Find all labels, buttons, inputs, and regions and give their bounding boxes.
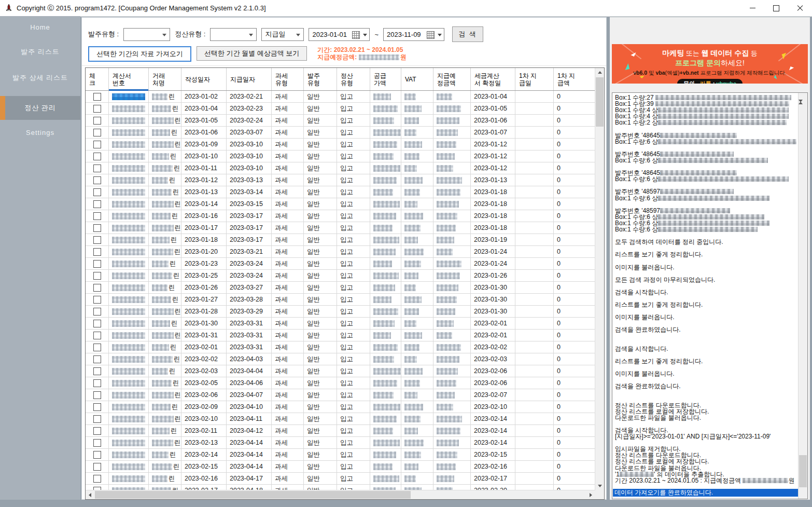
horizontal-scrollbar[interactable] [86,490,595,499]
row-checkbox[interactable] [93,165,101,172]
checkbox-cell[interactable] [86,210,109,222]
table-row[interactable]: 린2023-01-052023-02-24과세일반입고2023-01-060 [86,115,595,127]
scroll-left-arrow[interactable] [86,490,94,499]
checkbox-cell[interactable] [86,198,109,210]
column-header[interactable]: 지급일자 [227,68,272,90]
checkbox-cell[interactable] [86,365,109,377]
horizontal-scroll-thumb[interactable] [95,491,411,499]
row-checkbox[interactable] [93,427,101,435]
row-checkbox[interactable] [93,391,101,399]
table-row[interactable]: 린2023-02-062023-04-07과세일반입고2023-02-070 [86,389,595,401]
checkbox-cell[interactable] [86,222,109,234]
checkbox-cell[interactable] [86,389,109,401]
row-checkbox[interactable] [93,344,101,351]
scroll-down-arrow[interactable] [595,482,604,490]
column-header[interactable]: 작성일자 [181,68,227,90]
column-header[interactable]: VAT [401,68,433,90]
checkbox-cell[interactable] [86,234,109,246]
checkbox-cell[interactable] [86,103,109,115]
column-header[interactable]: 체 크 [86,68,109,90]
column-header[interactable]: 공급 가액 [370,68,401,90]
table-row[interactable]: 린2023-02-102023-04-11과세일반입고2023-02-140 [86,413,595,425]
column-header[interactable]: 발주 유형 [304,68,337,90]
row-checkbox[interactable] [93,355,101,363]
table-row[interactable]: 린2023-01-122023-03-13과세일반입고2023-01-130 [86,174,595,186]
checkbox-cell[interactable] [86,150,109,162]
column-header[interactable]: 과세 유형 [272,68,304,90]
checkbox-cell[interactable] [86,162,109,174]
checkbox-cell[interactable] [86,91,109,103]
table-row[interactable]: 린2023-02-012023-03-31과세일반입고2023-02-020 [86,341,595,353]
row-checkbox[interactable] [93,451,101,459]
column-header[interactable]: 1차 지 급액 [554,68,595,90]
column-header[interactable]: 지급예 정금액 [433,68,471,90]
row-checkbox[interactable] [93,308,101,316]
row-checkbox[interactable] [93,284,101,292]
table-row[interactable]: 린2023-02-162023-04-17과세일반입고2023-02-170 [86,473,595,485]
order-type-select[interactable] [123,28,170,41]
vertical-scrollbar[interactable] [595,68,604,490]
checkbox-cell[interactable] [86,449,109,461]
row-checkbox[interactable] [93,403,101,411]
row-checkbox[interactable] [93,188,101,196]
table-row[interactable]: 린2023-02-032023-04-04과세일반입고2023-02-060 [86,365,595,377]
checkbox-cell[interactable] [86,139,109,150]
close-button[interactable] [788,0,812,16]
table-row[interactable]: 린2023-01-172023-03-17과세일반입고2023-01-180 [86,222,595,234]
checkbox-cell[interactable] [86,127,109,139]
fetch-data-button[interactable]: 선택한 기간의 자료 가져오기 [88,46,191,62]
table-row[interactable]: 린2023-01-252023-03-24과세일반입고2023-01-260 [86,270,595,282]
checkbox-cell[interactable] [86,377,109,389]
checkbox-cell[interactable] [86,437,109,449]
row-checkbox[interactable] [93,224,101,232]
table-row[interactable]: 린2023-01-262023-03-27과세일반입고2023-01-300 [86,282,595,294]
table-row[interactable]: 린2023-01-112023-03-10과세일반입고2023-01-120 [86,162,595,174]
minimize-button[interactable] [740,0,764,16]
checkbox-cell[interactable] [86,353,109,365]
date-to-picker[interactable]: 2023-11-09 [383,28,444,41]
sidebar-item-home[interactable]: Home [0,16,80,39]
row-checkbox[interactable] [93,248,101,256]
monthly-estimate-button[interactable]: 선택한 기간 월별 예상금액 보기 [197,46,307,61]
table-row[interactable]: 린2023-01-042023-02-23과세일반입고2023-01-050 [86,103,595,115]
sidebar-item-order-detail-list[interactable]: 발주 상세 리스트 [0,66,80,89]
checkbox-cell[interactable] [86,425,109,437]
table-row[interactable]: 린2023-01-022023-02-21과세일반입고2023-01-040 [86,91,595,103]
settle-type-select[interactable] [210,28,257,41]
row-checkbox[interactable] [93,105,101,113]
table-row[interactable]: 린2023-02-052023-04-06과세일반입고2023-02-060 [86,377,595,389]
checkbox-cell[interactable] [86,174,109,186]
table-row[interactable]: 린2023-02-112023-04-12과세일반입고2023-02-140 [86,425,595,437]
table-row[interactable]: 린2023-01-102023-03-10과세일반입고2023-01-120 [86,150,595,162]
scroll-right-arrow[interactable] [586,490,595,499]
row-checkbox[interactable] [93,475,101,483]
maximize-button[interactable] [764,0,788,16]
log-status-selected[interactable]: 데이터 가져오기를 완료하였습니다. [613,489,798,497]
checkbox-cell[interactable] [86,294,109,306]
date-from-picker[interactable]: 2023-01-01 [309,28,370,41]
row-checkbox[interactable] [93,153,101,160]
column-header[interactable]: 계산서 번호 [109,68,149,90]
sidebar-item-order-list[interactable]: 발주 리스트 [0,40,80,63]
row-checkbox[interactable] [93,236,101,244]
sidebar-item-settlement[interactable]: 정산 관리 [0,96,80,120]
log-scroll-thumb[interactable] [799,455,807,487]
row-checkbox[interactable] [93,260,101,268]
row-checkbox[interactable] [93,272,101,280]
ad-banner[interactable]: 마케팅 또는 웹 데이터 수집 등 프로그램 문의하세요! vb6.0 및 vb… [612,44,808,84]
vertical-scroll-thumb[interactable] [596,77,604,127]
log-scrollbar[interactable] [798,93,807,499]
table-row[interactable]: 린2023-01-142023-03-15과세일반입고2023-01-180 [86,198,595,210]
row-checkbox[interactable] [93,176,101,184]
table-row[interactable]: 린2023-01-132023-03-14과세일반입고2023-01-180 [86,186,595,198]
row-checkbox[interactable] [93,367,101,375]
table-row[interactable]: 린2023-01-182023-03-17과세일반입고2023-01-190 [86,234,595,246]
row-checkbox[interactable] [93,200,101,208]
row-checkbox[interactable] [93,379,101,387]
checkbox-cell[interactable] [86,270,109,282]
table-row[interactable]: 린2023-01-272023-03-28과세일반입고2023-01-300 [86,294,595,306]
checkbox-cell[interactable] [86,461,109,473]
row-checkbox[interactable] [93,439,101,447]
scroll-up-arrow[interactable] [595,68,604,77]
checkbox-cell[interactable] [86,115,109,127]
